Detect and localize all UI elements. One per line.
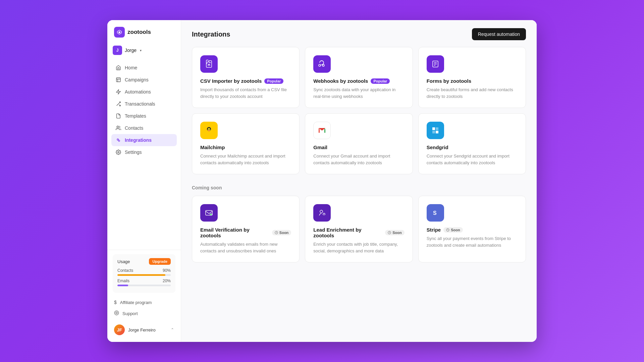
logo[interactable]: zootools — [107, 20, 181, 43]
page-title: Integrations — [192, 31, 230, 38]
coming-soon-cards: Email Verification by zootools Soon Auto… — [192, 196, 526, 262]
user-avatar: JF — [114, 324, 125, 335]
sidebar-item-contacts[interactable]: Contacts — [111, 122, 177, 134]
gmail-icon — [313, 122, 331, 139]
integration-card-csv[interactable]: CSV Importer by zootools Popular Import … — [192, 47, 300, 108]
templates-icon — [115, 113, 121, 119]
gmail-title-row: Gmail — [313, 144, 404, 150]
svg-rect-24 — [432, 127, 435, 130]
sidebar-item-label: Campaigns — [125, 77, 149, 82]
sidebar-item-label: Contacts — [125, 125, 143, 131]
lead-enrichment-description: Enrich your contacts with job title, com… — [313, 241, 404, 254]
integration-card-gmail[interactable]: Gmail Connect your Gmail account and imp… — [305, 113, 413, 174]
webhook-badge: Popular — [371, 78, 390, 84]
emails-usage-percent: 20% — [163, 279, 171, 283]
usage-section: Usage Upgrade Contacts 90% Emails 20% — [113, 254, 175, 293]
sendgrid-icon — [427, 122, 444, 139]
sidebar-item-automations[interactable]: Automations — [111, 86, 177, 98]
sidebar-item-label: Settings — [125, 149, 142, 155]
bottom-links: $ Affiliate program Support — [113, 297, 175, 319]
gmail-description: Connect your Gmail account and import co… — [313, 153, 404, 166]
sidebar-item-transactionals[interactable]: Transactionals — [111, 98, 177, 110]
forms-icon — [427, 55, 444, 73]
svg-point-10 — [118, 152, 119, 153]
transactionals-icon — [115, 101, 121, 107]
svg-point-22 — [210, 129, 210, 130]
logo-text: zootools — [127, 29, 151, 36]
contacts-progress-fill — [117, 274, 165, 276]
mailchimp-description: Connect your Mailchimp account and impor… — [200, 153, 291, 166]
sendgrid-title-row: Sendgrid — [427, 144, 518, 150]
integration-card-forms[interactable]: Forms by zootools Create beautiful forms… — [418, 47, 526, 108]
support-link[interactable]: Support — [113, 308, 175, 319]
csv-title-row: CSV Importer by zootools Popular — [200, 78, 291, 84]
integration-card-mailchimp[interactable]: Mailchimp Connect your Mailchimp account… — [192, 113, 300, 174]
sidebar-bottom: Usage Upgrade Contacts 90% Emails 20% — [107, 250, 181, 342]
logo-icon — [114, 27, 125, 38]
stripe-icon: S — [427, 204, 444, 222]
gmail-card-title: Gmail — [313, 144, 327, 150]
emails-usage-row: Emails 20% — [117, 279, 171, 286]
csv-icon — [200, 55, 218, 73]
user-dropdown[interactable]: J Jorge ▾ — [107, 43, 181, 60]
support-icon — [114, 310, 119, 316]
integrations-grid: CSV Importer by zootools Popular Import … — [181, 47, 537, 284]
user-profile-bottom[interactable]: JF Jorge Ferreiro ⌃ — [113, 322, 175, 338]
csv-card-title: CSV Importer by zootools — [200, 78, 262, 84]
user-avatar-small: J — [113, 46, 122, 55]
contacts-icon — [115, 125, 121, 131]
sidebar-item-settings[interactable]: Settings — [111, 146, 177, 158]
forms-description: Create beautiful forms and add new conta… — [427, 86, 518, 100]
email-verify-card-title: Email Verification by zootools — [200, 227, 269, 238]
request-automation-button[interactable]: Request automation — [472, 28, 526, 40]
main-header: Integrations Request automation — [181, 20, 537, 47]
integrations-icon — [115, 137, 121, 143]
lead-enrichment-card-title: Lead Enrichment by zootools — [313, 227, 382, 238]
sidebar-item-label: Templates — [125, 113, 146, 119]
svg-rect-25 — [436, 127, 438, 130]
svg-point-31 — [320, 210, 323, 213]
affiliate-link[interactable]: $ Affiliate program — [113, 297, 175, 308]
emails-progress-bar — [117, 285, 171, 286]
lead-enrichment-icon — [313, 204, 331, 222]
webhook-description: Sync zootools data with your application… — [313, 86, 404, 100]
stripe-title-row: Stripe Soon — [427, 227, 518, 233]
mailchimp-title-row: Mailchimp — [200, 144, 291, 150]
svg-rect-27 — [436, 131, 438, 133]
svg-point-21 — [208, 129, 209, 130]
upgrade-button[interactable]: Upgrade — [149, 258, 171, 265]
csv-badge: Popular — [264, 78, 283, 84]
integration-card-lead-enrichment[interactable]: Lead Enrichment by zootools Soon Enrich … — [305, 196, 413, 262]
svg-point-12 — [116, 312, 117, 314]
sidebar-item-home[interactable]: Home — [111, 62, 177, 74]
integration-card-sendgrid[interactable]: Sendgrid Connect your Sendgrid account a… — [418, 113, 526, 174]
automations-icon — [115, 89, 121, 95]
sidebar-item-label: Home — [125, 65, 137, 70]
svg-rect-32 — [323, 214, 325, 215]
svg-point-23 — [208, 128, 210, 129]
integration-card-stripe[interactable]: S Stripe Soon Sync all your payment even… — [418, 196, 526, 262]
sendgrid-card-title: Sendgrid — [427, 144, 448, 150]
email-verify-title-row: Email Verification by zootools Soon — [200, 227, 291, 238]
stripe-badge: Soon — [443, 227, 463, 233]
sidebar-nav: Home Campaigns — [107, 60, 181, 250]
usage-label: Usage — [117, 259, 130, 264]
svg-point-7 — [118, 140, 120, 141]
sidebar-item-integrations[interactable]: Integrations — [111, 134, 177, 146]
mailchimp-icon — [200, 122, 218, 139]
sidebar: zootools J Jorge ▾ Home — [107, 20, 181, 342]
sendgrid-description: Connect your Sendgrid account and import… — [427, 153, 518, 166]
sidebar-item-label: Transactionals — [125, 101, 155, 107]
home-icon — [115, 65, 121, 71]
dollar-icon: $ — [114, 300, 117, 305]
integration-card-webhooks[interactable]: Webhooks by zootools Popular Sync zootoo… — [305, 47, 413, 108]
lead-enrichment-title-row: Lead Enrichment by zootools Soon — [313, 227, 404, 238]
expand-icon: ⌃ — [171, 327, 174, 332]
user-full-name: Jorge Ferreiro — [128, 327, 156, 333]
integration-card-email-verify[interactable]: Email Verification by zootools Soon Auto… — [192, 196, 300, 262]
sidebar-item-label: Integrations — [125, 137, 152, 143]
sidebar-item-templates[interactable]: Templates — [111, 110, 177, 122]
chevron-down-icon: ▾ — [140, 49, 142, 52]
sidebar-item-campaigns[interactable]: Campaigns — [111, 74, 177, 86]
emails-usage-label: Emails — [117, 279, 129, 283]
